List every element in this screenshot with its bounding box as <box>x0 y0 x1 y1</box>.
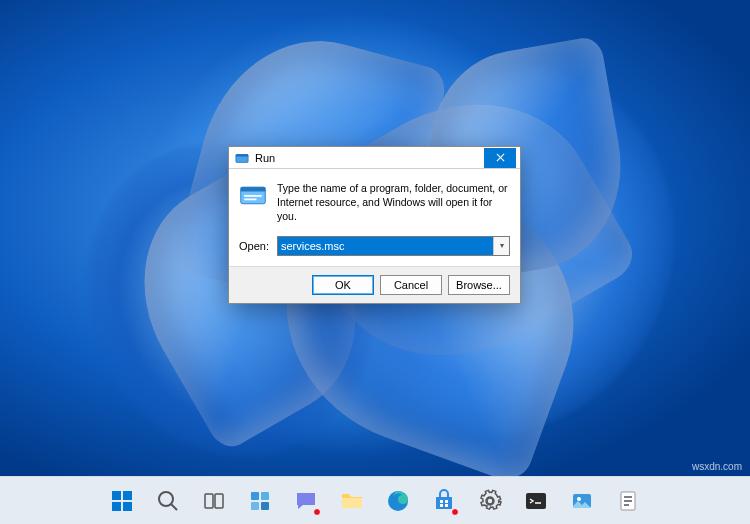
svg-rect-18 <box>251 502 259 510</box>
file-explorer-button[interactable] <box>332 481 372 521</box>
notification-badge-icon <box>313 508 321 516</box>
photos-icon <box>570 489 594 513</box>
task-view-icon <box>202 489 226 513</box>
run-dialog: Run Type the name of a program, folder, … <box>228 146 521 304</box>
open-input[interactable] <box>278 237 493 255</box>
svg-rect-15 <box>215 494 223 508</box>
widgets-icon <box>248 489 272 513</box>
svg-rect-17 <box>261 492 269 500</box>
combobox-dropdown-button[interactable]: ▾ <box>493 237 509 255</box>
svg-rect-5 <box>241 187 266 191</box>
svg-rect-1 <box>236 154 248 156</box>
taskbar-items <box>102 481 648 521</box>
search-icon <box>156 489 180 513</box>
svg-rect-24 <box>440 504 443 507</box>
svg-point-26 <box>487 498 493 504</box>
close-icon <box>496 153 505 162</box>
svg-point-29 <box>577 497 581 501</box>
pinned-app-photos[interactable] <box>562 481 602 521</box>
open-combobox[interactable]: ▾ <box>277 236 510 256</box>
settings-icon <box>478 489 502 513</box>
svg-rect-16 <box>251 492 259 500</box>
chevron-down-icon: ▾ <box>500 241 504 250</box>
widgets-button[interactable] <box>240 481 280 521</box>
open-label: Open: <box>239 240 269 252</box>
taskbar <box>0 476 750 524</box>
edge-icon <box>386 489 410 513</box>
svg-rect-27 <box>526 493 546 509</box>
windows-logo-icon <box>110 489 134 513</box>
svg-rect-22 <box>440 500 443 503</box>
svg-line-13 <box>171 504 177 510</box>
file-explorer-icon <box>340 489 364 513</box>
store-button[interactable] <box>424 481 464 521</box>
search-button[interactable] <box>148 481 188 521</box>
watermark-text: wsxdn.com <box>692 461 742 472</box>
notification-badge-icon <box>451 508 459 516</box>
svg-rect-11 <box>123 502 132 511</box>
pinned-app-terminal[interactable] <box>516 481 556 521</box>
run-description: Type the name of a program, folder, docu… <box>277 181 510 224</box>
svg-rect-19 <box>261 502 269 510</box>
chat-button[interactable] <box>286 481 326 521</box>
terminal-icon <box>524 489 548 513</box>
settings-button[interactable] <box>470 481 510 521</box>
close-button[interactable] <box>484 148 516 168</box>
edge-button[interactable] <box>378 481 418 521</box>
svg-rect-20 <box>342 498 362 508</box>
svg-rect-7 <box>244 199 256 201</box>
browse-button[interactable]: Browse... <box>448 275 510 295</box>
task-view-button[interactable] <box>194 481 234 521</box>
svg-rect-9 <box>123 491 132 500</box>
ok-button[interactable]: OK <box>312 275 374 295</box>
pinned-app-document[interactable] <box>608 481 648 521</box>
svg-rect-25 <box>445 504 448 507</box>
document-icon <box>616 489 640 513</box>
run-titlebar-icon <box>235 151 249 165</box>
run-titlebar[interactable]: Run <box>229 147 520 169</box>
run-app-icon <box>239 181 267 209</box>
cancel-button[interactable]: Cancel <box>380 275 442 295</box>
svg-rect-10 <box>112 502 121 511</box>
svg-point-12 <box>159 492 173 506</box>
run-title: Run <box>255 152 484 164</box>
svg-rect-23 <box>445 500 448 503</box>
svg-rect-8 <box>112 491 121 500</box>
run-button-row: OK Cancel Browse... <box>229 266 520 303</box>
start-button[interactable] <box>102 481 142 521</box>
svg-rect-14 <box>205 494 213 508</box>
svg-rect-6 <box>244 195 262 197</box>
